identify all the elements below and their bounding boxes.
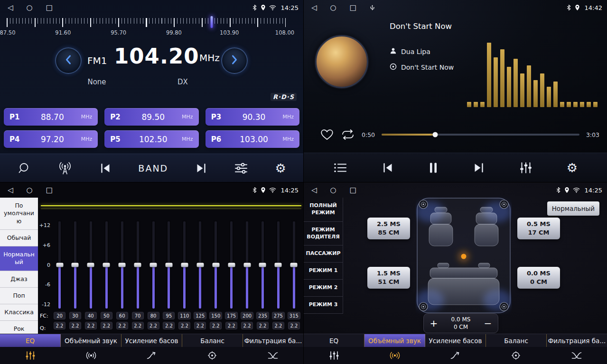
tab-eq[interactable]: EQ <box>304 334 364 347</box>
delay-rear-left-button[interactable]: 1.5 MS 51 CM <box>367 267 410 289</box>
eq-band-slider-handle[interactable] <box>243 263 251 267</box>
delay-front-right-button[interactable]: 0.5 MS 17 CM <box>517 218 560 239</box>
eq-band-slider[interactable] <box>199 221 201 309</box>
stage-preset-button[interactable]: Нормальный <box>547 201 599 216</box>
mixer-icon[interactable] <box>519 162 532 174</box>
tab-eq[interactable]: EQ <box>0 334 61 347</box>
eq-band-slider[interactable] <box>277 221 280 309</box>
repeat-icon[interactable] <box>341 129 355 140</box>
mode-item-2[interactable]: РЕЖИМ 2 <box>304 280 343 297</box>
eq-band-slider[interactable] <box>152 221 155 309</box>
settings-gear-icon[interactable]: ⚙ <box>567 162 578 174</box>
tab-filter[interactable]: Фильтрация ба... <box>547 334 607 347</box>
scan-icon[interactable] <box>17 162 30 175</box>
tune-down-button[interactable] <box>55 47 82 74</box>
next-track-icon[interactable] <box>473 163 485 173</box>
tab-bass-boost[interactable]: Усиление басов <box>121 334 182 347</box>
tab-surround[interactable]: Объёмный звук <box>364 334 425 347</box>
eq-band-slider-handle[interactable] <box>181 263 188 267</box>
eq-band-slider[interactable] <box>183 221 186 309</box>
eq-band-slider[interactable] <box>74 221 76 309</box>
eq-preset-item[interactable]: По умолчанию <box>0 198 38 230</box>
next-station-icon[interactable] <box>195 163 207 173</box>
eq-preset-item[interactable]: Обычай <box>0 230 38 246</box>
tune-up-button[interactable] <box>221 47 248 74</box>
recents-button[interactable]: □ <box>46 4 53 11</box>
eq-preset-item[interactable]: Поп <box>0 288 38 304</box>
home-button[interactable]: ○ <box>27 187 33 194</box>
eq-band-slider-handle[interactable] <box>134 263 141 267</box>
eq-band-slider[interactable] <box>121 221 123 309</box>
recents-button[interactable]: □ <box>350 4 356 11</box>
eq-mixer-icon[interactable] <box>304 351 364 360</box>
eq-band-slider-handle[interactable] <box>56 263 63 267</box>
preset-button-p3[interactable]: P3 90.30 MHz <box>205 108 299 126</box>
tab-bass-boost[interactable]: Усиление басов <box>425 334 486 347</box>
eq-band-slider[interactable] <box>261 221 264 309</box>
eq-band-slider-handle[interactable] <box>196 263 204 267</box>
delay-front-left-button[interactable]: 2.5 MS 85 CM <box>367 218 410 239</box>
band-button[interactable]: BAND <box>138 163 168 173</box>
frequency-indicator[interactable] <box>211 16 213 28</box>
eq-band-slider-handle[interactable] <box>212 263 219 267</box>
recents-button[interactable]: □ <box>350 187 356 194</box>
playlist-icon[interactable] <box>333 162 347 173</box>
eq-band-slider[interactable] <box>58 221 61 309</box>
mode-item-3[interactable]: РЕЖИМ 3 <box>304 297 343 314</box>
mode-item-1[interactable]: РЕЖИМ 1 <box>304 263 343 280</box>
progress-knob[interactable] <box>432 132 438 137</box>
equalizer-icon[interactable] <box>234 162 248 174</box>
previous-station-icon[interactable] <box>99 163 112 173</box>
album-art[interactable] <box>315 35 368 88</box>
eq-band-slider[interactable] <box>90 221 92 309</box>
eq-band-slider[interactable] <box>105 221 108 309</box>
preset-button-p2[interactable]: P2 89.50 MHz <box>104 108 198 126</box>
previous-track-icon[interactable] <box>382 163 394 173</box>
tab-filter[interactable]: Фильтрация ба... <box>243 334 303 347</box>
pause-icon[interactable] <box>428 162 439 174</box>
eq-band-slider-handle[interactable] <box>275 263 282 267</box>
eq-preset-item[interactable]: Классика <box>0 304 38 321</box>
eq-band-slider-handle[interactable] <box>150 263 157 267</box>
eq-band-slider-handle[interactable] <box>228 263 235 267</box>
delay-rear-right-button[interactable]: 0.0 MS 0 CM <box>517 267 560 289</box>
eq-band-slider-handle[interactable] <box>165 263 172 267</box>
eq-band-slider-handle[interactable] <box>87 263 94 267</box>
favorite-heart-icon[interactable] <box>320 128 334 141</box>
tab-balance[interactable]: Баланс <box>486 334 547 347</box>
eq-band-slider[interactable] <box>246 221 248 309</box>
preset-button-p4[interactable]: P4 97.20 MHz <box>4 130 98 148</box>
eq-band-slider[interactable] <box>168 221 170 309</box>
settings-gear-icon[interactable]: ⚙ <box>275 162 286 174</box>
back-button[interactable]: ◁ <box>8 187 13 194</box>
crossover-filter-icon[interactable] <box>546 351 607 360</box>
eq-preset-item[interactable]: Джаз <box>0 271 38 288</box>
home-button[interactable]: ○ <box>330 187 336 194</box>
tab-surround[interactable]: Объёмный звук <box>61 334 121 347</box>
back-button[interactable]: ◁ <box>311 4 317 11</box>
surround-sound-icon[interactable] <box>364 351 425 360</box>
home-button[interactable]: ○ <box>330 4 336 11</box>
eq-band-slider[interactable] <box>215 221 217 309</box>
mode-item-full[interactable]: ПОЛНЫЙ РЕЖИМ <box>304 198 343 222</box>
preset-button-p1[interactable]: P1 88.70 MHz <box>4 108 98 126</box>
seek-bar[interactable] <box>382 134 579 136</box>
eq-band-slider[interactable] <box>293 221 295 309</box>
eq-band-slider-handle[interactable] <box>119 263 126 267</box>
bass-boost-icon[interactable] <box>425 351 486 360</box>
eq-preset-item[interactable]: Рок <box>0 321 38 334</box>
increase-delay-button[interactable]: + <box>424 318 444 329</box>
eq-band-slider-handle[interactable] <box>72 263 79 267</box>
eq-band-slider-handle[interactable] <box>103 263 110 267</box>
home-button[interactable]: ○ <box>27 4 33 11</box>
balance-target-icon[interactable] <box>182 351 243 360</box>
eq-mixer-icon[interactable] <box>0 351 61 360</box>
mode-item-passenger[interactable]: ПАССАЖИР <box>304 246 343 263</box>
mode-item-driver[interactable]: РЕЖИМ ВОДИТЕЛЯ <box>304 222 343 246</box>
back-button[interactable]: ◁ <box>8 4 13 11</box>
recents-button[interactable]: □ <box>46 187 53 194</box>
back-button[interactable]: ◁ <box>311 187 317 194</box>
preset-button-p6[interactable]: P6 103.00 MHz <box>205 130 299 148</box>
broadcast-antenna-icon[interactable] <box>57 162 73 175</box>
bass-boost-icon[interactable] <box>121 351 182 360</box>
